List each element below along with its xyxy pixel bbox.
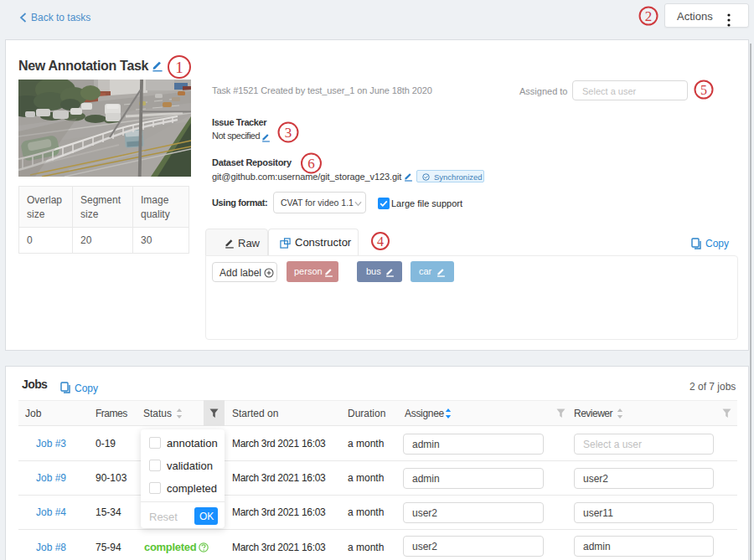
svg-text:2: 2 — [645, 8, 653, 24]
